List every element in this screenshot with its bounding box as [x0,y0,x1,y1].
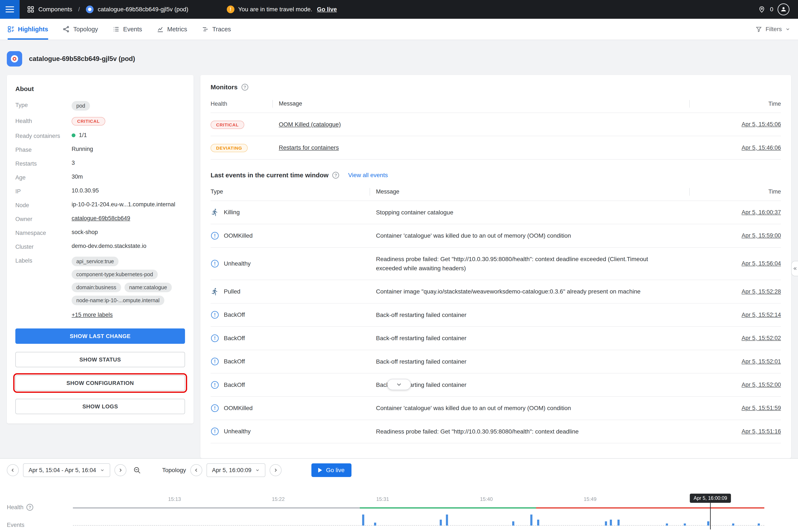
owner-link[interactable]: catalogue-69b58cb649 [72,215,130,222]
event-type: !OOMKilled [211,232,376,240]
field-value: 3 [72,160,75,166]
chevron-down-icon [100,468,104,473]
event-time-link[interactable]: Apr 5, 15:52:28 [742,288,781,295]
expand-events-button[interactable] [387,379,411,390]
about-fields: TypepodHealthCRITICALReady containers1/1… [15,101,185,305]
tab-metrics[interactable]: Metrics [157,19,187,40]
about-field: Nodeip-10-0-21-204.eu-w...1.compute.inte… [15,201,185,209]
time-marker: Apr 5, 16:00:09 [73,494,764,529]
event-time-link[interactable]: Apr 5, 15:52:00 [742,381,781,388]
field-label: Type [15,101,72,109]
topology-icon [63,25,70,33]
help-icon: ? [26,504,33,511]
about-field: Clusterdemo-dev.demo.stackstate.io [15,243,185,250]
pod-icon-large [7,51,22,66]
details-card: Monitors ? Health Message Time CRITICALO… [201,75,791,458]
event-type-label: Killing [224,209,240,216]
event-row: KillingStopping container catalogueApr 5… [211,201,781,224]
filters-button[interactable]: Filters [755,19,790,40]
event-time-link[interactable]: Apr 5, 15:56:04 [742,260,781,267]
monitor-message-link[interactable]: OOM Killed (catalogue) [279,121,341,128]
topology-time-select[interactable]: Apr 5, 16:00:09 [207,463,266,477]
field-text: ip-10-0-21-204.eu-w...1.compute.internal [72,201,175,208]
time-travel-text: You are in time travel mode. [238,6,312,13]
timeline-panel: Apr 5, 15:04 - Apr 5, 16:04 Topology Apr… [0,458,798,532]
pin-icon[interactable] [758,5,766,13]
view-all-events-link[interactable]: View all events [348,172,388,178]
about-field: Ready containers1/1 [15,132,185,139]
monitors-table-header: Health Message Time [211,95,781,113]
event-type-label: BackOff [224,335,245,342]
event-type: !BackOff [211,358,376,365]
tab-traces[interactable]: Traces [202,19,231,40]
chevron-down-icon [785,27,790,32]
breadcrumb-entity: catalogue-69b58cb649-gjl5v (pod) [98,6,188,13]
time-marker-line [710,502,710,529]
highlights-icon [8,26,15,33]
pod-icon-small [86,5,94,13]
event-row: !BackOffBack-off restarting failed conta… [211,374,781,397]
event-type-label: Unhealthy [224,428,251,435]
timeline-controls: Apr 5, 15:04 - Apr 5, 16:04 Topology Apr… [0,459,798,477]
zoom-out-icon[interactable] [131,464,144,477]
time-range-select[interactable]: Apr 5, 15:04 - Apr 5, 16:04 [23,463,110,477]
event-time-link[interactable]: Apr 5, 15:51:59 [742,405,781,411]
about-actions: SHOW LAST CHANGE SHOW STATUS SHOW CONFIG… [15,328,185,414]
field-value: Running [72,146,93,152]
monitor-row: CRITICALOOM Killed (catalogue)Apr 5, 15:… [211,113,781,136]
time-prev-button[interactable] [190,464,202,476]
tab-events[interactable]: Events [113,19,142,40]
event-row: PulledContainer image "quay.io/stackstat… [211,280,781,303]
runner-icon [211,287,219,296]
event-time-link[interactable]: Apr 5, 15:52:14 [742,311,781,318]
ready-dot-icon [72,133,75,137]
event-type-label: BackOff [224,311,245,318]
event-time: Apr 5, 15:51:59 [696,405,781,411]
breadcrumb-root[interactable]: Components [38,6,72,13]
event-time-link[interactable]: Apr 5, 15:59:00 [742,232,781,239]
ready-count: 1/1 [79,132,87,138]
more-labels-link[interactable]: +15 more labels [72,311,113,318]
field-label: Namespace [15,229,72,236]
show-status-button[interactable]: SHOW STATUS [15,352,185,367]
event-row: !BackOffBack-off restarting failed conta… [211,304,781,327]
go-live-button[interactable]: Go live [311,463,351,477]
monitor-time-link[interactable]: Apr 5, 15:45:06 [742,121,781,128]
field-value: sock-shop [72,229,98,235]
field-label: Ready containers [15,132,72,139]
menu-button[interactable] [0,0,20,19]
label-chip: component-type:kubernetes-pod [72,270,158,279]
account-avatar[interactable] [778,3,790,15]
alert-circle-icon: ! [211,311,219,319]
show-last-change-button[interactable]: SHOW LAST CHANGE [15,328,185,344]
event-time-link[interactable]: Apr 5, 15:52:02 [742,335,781,341]
main-content: catalogue-69b58cb649-gjl5v (pod) About T… [0,40,798,458]
monitor-message-link[interactable]: Restarts for containers [279,144,339,151]
range-prev-button[interactable] [7,464,19,476]
event-time: Apr 5, 15:52:00 [696,381,781,388]
collapse-right-panel-button[interactable] [791,261,798,276]
field-label: Owner [15,215,72,223]
tab-highlights[interactable]: Highlights [8,19,48,40]
event-message: Back-off restarting failed container [376,334,696,343]
event-time-link[interactable]: Apr 5, 15:52:01 [742,358,781,365]
about-field-labels: Labelsapi_service:truecomponent-type:kub… [15,256,185,305]
event-type-label: Pulled [224,288,241,295]
field-label: Health [15,117,72,125]
field-label: Phase [15,146,72,153]
show-configuration-button[interactable]: SHOW CONFIGURATION [15,375,185,391]
about-field: Typepod [15,101,185,111]
range-next-button[interactable] [114,464,127,476]
field-label: Restarts [15,160,72,167]
show-logs-button[interactable]: SHOW LOGS [15,399,185,414]
about-field: HealthCRITICAL [15,117,185,126]
time-next-button[interactable] [270,464,282,476]
monitor-time-link[interactable]: Apr 5, 15:46:06 [742,145,781,151]
label-chip: name:catalogue [125,283,172,292]
event-time-link[interactable]: Apr 5, 15:51:16 [742,428,781,435]
event-row: !OOMKilledContainer 'catalogue' was kill… [211,397,781,420]
monitor-time: Apr 5, 15:45:06 [696,121,781,128]
go-live-link[interactable]: Go live [317,6,337,13]
tab-topology[interactable]: Topology [63,19,98,40]
event-time-link[interactable]: Apr 5, 16:00:37 [742,209,781,216]
